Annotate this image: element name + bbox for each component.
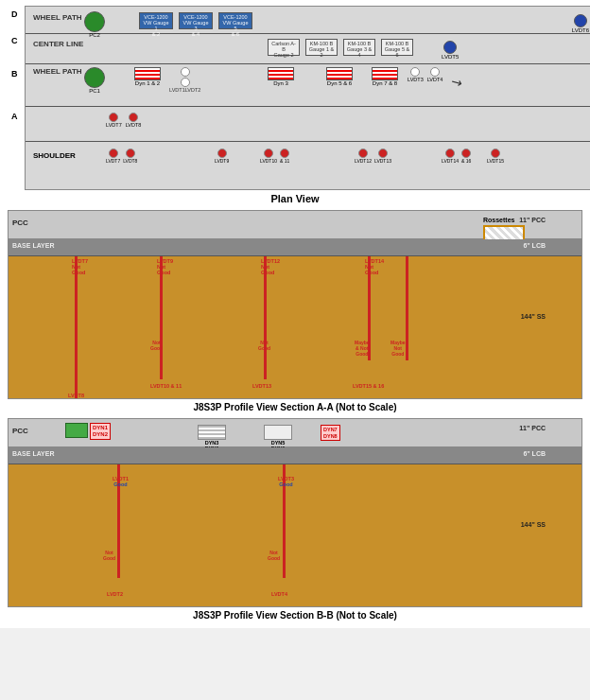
profile-bb-title: J8S3P Profile View Section B-B (Not to S… [6, 610, 584, 621]
profile-aa: PCC 11" PCC Rossettes BASE LAYER 6" LCB … [8, 210, 582, 399]
pc1-label: PC1 [89, 88, 100, 94]
lvdt12-group: LVDT1LVDT2 [169, 67, 200, 93]
lvdt6-sensor: LVDT6 [572, 14, 589, 33]
divider-b [26, 106, 590, 107]
lvdt78-group: LVDT7 LVDT8 [106, 113, 141, 128]
base-label-aa: BASE LAYER [12, 242, 54, 249]
vce1200-1: VCE-1200VW Gauge 1& 2 [139, 12, 173, 29]
arrow-indicator: ↘ [448, 73, 465, 92]
lvdt2-bottom-bb: LVDT2 [107, 591, 123, 597]
ss-dim-aa: 144" SS [521, 313, 546, 320]
main-container: D C B A D C B A WHEEL PATH PC2 VC [0, 0, 590, 628]
ss-dim-bb: 144" SS [521, 521, 546, 528]
lvdt12-ng: NotGood [258, 340, 270, 351]
lvdt1415-sensor: LVDT14 & 16 [442, 149, 471, 164]
lvdt4-ng-bb: NotGood [268, 550, 280, 561]
pc1-sensor: PC1 [84, 67, 105, 94]
pcc-label-aa: PCC [12, 219, 28, 227]
pcc-layer-bb: PCC 11" PCC DYN1DYN2 DYN3DYN6 DYN5DYN6 [9, 419, 581, 447]
km100b-1: KM-100 BGauge 1 & 2 [305, 39, 338, 56]
ss-layer-bb: 144" SS LVDT1Good LVDT2 NotGood LVDT3Goo… [9, 464, 581, 607]
base-label-bb: BASE LAYER [12, 450, 54, 457]
lvdt9-label-aa: LVDT9NotGood [157, 258, 173, 275]
lvdt15-sensor: LVDT15 [487, 149, 504, 164]
divider-d [26, 33, 590, 34]
dyn5-label: Dyn 5 & 6 [327, 80, 352, 86]
dyn7-sensor: Dyn 7 & 8 [372, 67, 398, 86]
pcc-label-bb: PCC [12, 427, 28, 435]
lvdt5-label: LVDT5 [442, 54, 459, 60]
lvdt1516-maybe: MaybeNotGood [390, 340, 406, 357]
shoulder-sensors-left: LVDT7 LVDT8 [106, 149, 137, 164]
lvdt4-bottom-bb: LVDT4 [271, 591, 287, 597]
lvdt14-label-aa: LVDT14NotGood [365, 258, 384, 275]
lvdt1213-sensor: LVDT12 LVDT13 [355, 149, 391, 164]
lvdt1516-bottom: LVDT15 & 16 [353, 383, 384, 389]
divider-c [26, 63, 590, 64]
vce1200-2: VCE-1200VW Gauge 3& 4 [179, 12, 213, 29]
lvdt8-bottom: LVDT8 [68, 393, 84, 398]
wheel-path-label-b: WHEEL PATH [33, 66, 82, 76]
dyn1-sensor: Dyn 1 & 2 [134, 67, 161, 86]
lvdt7-label: LVDT7NotGood [72, 258, 88, 275]
divider-a [26, 141, 590, 142]
profile-aa-title: J8S3P Profile View Section A-A (Not to S… [6, 402, 584, 412]
center-line-label: CENTER LINE [33, 39, 83, 48]
dyn5-sensor: Dyn 5 & 6 [326, 67, 353, 86]
dyn7-label: Dyn 7 & 8 [373, 80, 397, 86]
profile-bb: PCC 11" PCC DYN1DYN2 DYN3DYN6 DYN5DYN6 [8, 418, 582, 607]
shoulder-label: SHOULDER [33, 150, 76, 160]
lcb-dim-aa: 6" LCB [523, 242, 546, 249]
lvdt5-sensor: LVDT5 [442, 41, 459, 60]
dyn3-label: Dyn 3 [273, 80, 288, 86]
lvdt34-group: LVDT3 LVDT4 [408, 67, 442, 82]
base-layer-aa: BASE LAYER 6" LCB [9, 239, 581, 256]
km100b-2: KM-100 BGauge 3 & 4 [343, 39, 375, 56]
row-a-left: A [11, 112, 18, 121]
dyn1-pcc: DYN1DYN2 [65, 423, 111, 440]
pc2-label: PC2 [89, 32, 100, 38]
dyn78-pcc: DYN7DYN8 [321, 425, 340, 441]
pcc-layer-aa: PCC 11" PCC Rossettes [9, 211, 581, 239]
lvdt14-maybe: Maybe& NotGood [355, 340, 370, 357]
plan-view-title: Plan View [6, 193, 584, 204]
wheel-path-label-top: WHEEL PATH [33, 12, 82, 22]
rod-lvdt7 [75, 256, 78, 399]
row-c-left: C [11, 36, 18, 45]
lvdt1011-bottom: LVDT10 & 11 [150, 383, 182, 389]
dyn1-label: Dyn 1 & 2 [135, 80, 160, 86]
ss-layer-aa: 144" SS LVDT7NotGood LVDT8 LVDT9NotGood … [9, 256, 581, 399]
lvdt1011-sensor: LVDT10 & 11 [260, 149, 289, 164]
row-d-left: D [11, 9, 18, 19]
lvdt13-bottom: LVDT13 [252, 383, 271, 389]
plan-view: WHEEL PATH PC2 VCE-1200VW Gauge 1& 2 VCE… [25, 6, 590, 190]
rossettes-label: Rossettes [483, 217, 514, 223]
row-b-left: B [11, 69, 18, 79]
km100b-3: KM-100 BGauge 5 & 6 [381, 39, 413, 56]
lvdt12-label-aa: LVDT12NotGood [261, 258, 280, 275]
lvdt3-label-bb: LVDT3Good [278, 476, 294, 487]
lvdt6-label: LVDT6 [572, 27, 589, 33]
lvdt9-ng: NotGood [150, 340, 163, 351]
lvdt1-label-bb: LVDT1Good [113, 476, 129, 487]
pc2-sensor: PC2 [84, 11, 105, 38]
dyn3-sensor: Dyn 3 [268, 67, 294, 86]
carlson-sensor: Carlson A-BGauge 2 [268, 39, 300, 56]
lvdt2-ng-bb: NotGood [103, 550, 115, 561]
pcc-dim-bb: 11" PCC [519, 425, 546, 431]
rod-lvdt1516 [406, 256, 408, 360]
lcb-dim-bb: 6" LCB [523, 450, 546, 457]
lvdt9-sensor: LVDT9 [215, 149, 229, 164]
vce1200-3: VCE-1200VW Gauge 5& 6 [218, 12, 252, 29]
base-layer-bb: BASE LAYER 6" LCB [9, 447, 581, 464]
rossettes-aa: Rossettes [483, 215, 525, 242]
